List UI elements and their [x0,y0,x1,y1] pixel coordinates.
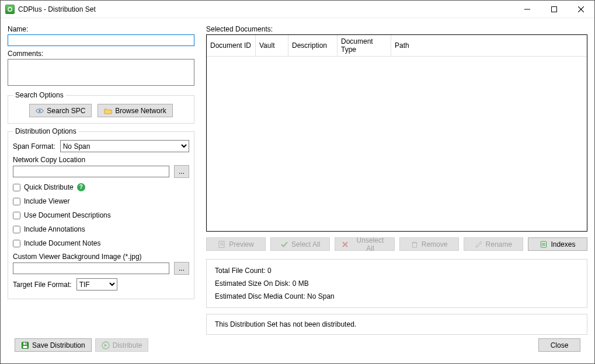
table-body [207,57,587,231]
svg-rect-7 [219,241,224,247]
svg-point-8 [221,243,223,245]
maximize-icon [551,6,557,12]
estimated-size: Estimated Size On Disk: 0 MB [215,279,579,288]
rename-button: Rename [464,237,523,251]
svg-line-9 [222,244,224,246]
browse-network-button[interactable]: Browse Network [98,104,172,117]
save-distribution-button[interactable]: Save Distribution [15,338,92,352]
status-box: This Distribution Set has not been distr… [206,314,587,335]
include-doc-notes-checkbox[interactable] [13,240,20,247]
include-viewer-checkbox[interactable] [13,198,20,205]
use-doc-descriptions-checkbox[interactable] [13,212,20,219]
col-doc-id[interactable]: Document ID [207,35,256,56]
arrow-right-icon [102,341,110,349]
include-doc-notes-label: Include Document Notes [24,239,100,247]
search-options-legend: Search Options [13,91,66,99]
table-header: Document ID Vault Description Document T… [207,35,587,57]
docs-toolbar: Preview Select All Unselect All Remove [206,237,587,251]
preview-button: Preview [206,237,266,251]
target-format-label: Target File Format: [13,281,72,289]
quick-distribute-checkbox[interactable] [13,184,20,191]
status-text: This Distribution Set has not been distr… [215,320,356,328]
close-icon [578,6,584,12]
include-annotations-label: Include Annotations [24,225,85,233]
distribution-options-legend: Distribution Options [13,127,79,135]
include-viewer-label: Include Viewer [24,197,70,205]
custom-bg-label: Custom Viewer Background Image (*.jpg) [13,253,189,261]
indexes-icon [540,240,548,249]
svg-rect-23 [23,346,27,348]
comments-input[interactable] [8,59,194,86]
svg-rect-2 [552,6,557,12]
indexes-button[interactable]: Indexes [528,237,587,251]
selected-docs-table[interactable]: Document ID Vault Description Document T… [206,34,587,232]
window: CDPlus - Distribution Set Name: Comments… [0,0,595,364]
stats-box: Total File Count: 0 Estimated Size On Di… [206,259,587,308]
custom-bg-input[interactable] [13,262,169,274]
x-icon [341,240,349,249]
col-description[interactable]: Description [288,35,337,56]
search-spc-button[interactable]: Search SPC [29,104,92,117]
maximize-button[interactable] [541,1,568,18]
svg-point-6 [39,110,41,111]
unselect-all-button: Unselect All [335,237,394,251]
col-vault[interactable]: Vault [256,35,288,56]
window-title: CDPlus - Distribution Set [18,5,96,13]
bottom-bar: Save Distribution Distribute Close [8,335,587,359]
select-all-button: Select All [270,237,330,251]
distribution-options-group: Distribution Options Span Format: No Spa… [8,127,194,299]
preview-icon [218,240,226,249]
help-icon[interactable]: ? [77,183,85,191]
folder-icon [104,107,112,115]
quick-distribute-label: Quick Distribute [24,183,74,191]
network-copy-browse-button[interactable]: ... [174,165,189,178]
comments-label: Comments: [8,50,194,58]
save-icon [21,341,29,349]
app-icon [5,5,15,14]
svg-rect-21 [23,342,27,345]
name-input[interactable] [8,34,194,46]
svg-point-0 [8,7,12,10]
col-doc-type[interactable]: Document Type [337,35,391,56]
selected-docs-label: Selected Documents: [206,25,587,33]
minimize-button[interactable] [514,1,541,18]
search-options-group: Search Options Search SPC Br [8,91,194,124]
col-path[interactable]: Path [391,35,587,56]
include-annotations-checkbox[interactable] [13,226,20,233]
left-panel: Name: Comments: Search Options Searc [8,25,194,335]
svg-rect-22 [26,342,27,344]
total-file-count: Total File Count: 0 [215,267,579,275]
svg-rect-12 [412,243,416,247]
check-icon [280,240,288,249]
close-button[interactable]: Close [538,338,580,352]
span-format-select[interactable]: No Span [60,140,189,152]
network-copy-input[interactable] [13,166,169,177]
pencil-icon [475,240,483,249]
custom-bg-browse-button[interactable]: ... [174,262,189,275]
network-copy-label: Network Copy Location [13,156,189,164]
estimated-media-count: Estimated Disc Media Count: No Span [215,292,579,300]
span-format-label: Span Format: [13,142,55,150]
distribute-button: Distribute [95,338,149,352]
name-label: Name: [8,25,194,33]
use-doc-descriptions-label: Use Document Descriptions [24,211,111,219]
target-format-select[interactable]: TIF [76,278,117,290]
minimize-icon [524,6,530,12]
eye-icon [36,107,44,115]
titlebar: CDPlus - Distribution Set [1,1,594,18]
close-window-button[interactable] [568,1,594,18]
right-panel: Selected Documents: Document ID Vault De… [206,25,587,335]
trash-icon [410,240,419,249]
remove-button: Remove [399,237,459,251]
